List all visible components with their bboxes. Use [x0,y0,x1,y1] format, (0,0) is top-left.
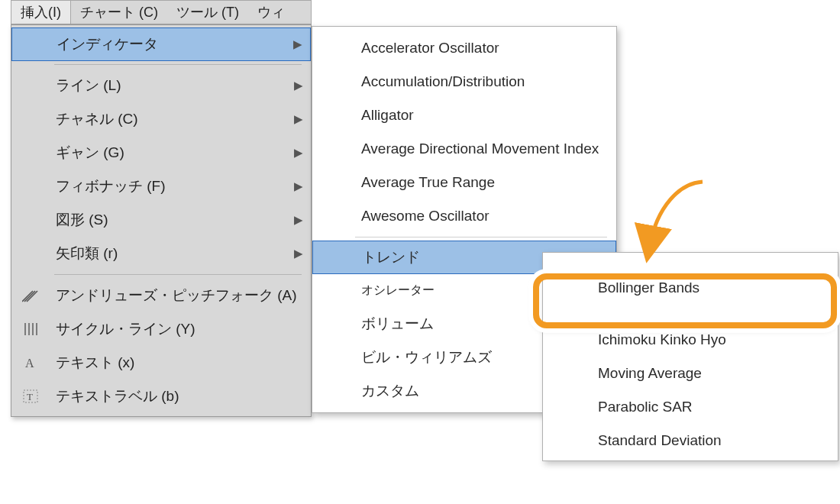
menubar-item-chart[interactable]: チャート (C) [71,1,167,24]
menu-item-adx[interactable]: Average Directional Movement Index [312,132,616,166]
chevron-right-icon: ▶ [294,79,303,92]
menu-item-andrews-pitchfork[interactable]: アンドリューズ・ピッチフォーク (A) [11,279,311,312]
label: Average True Range [361,174,495,191]
blank-icon [19,246,56,261]
menu-item-text-label[interactable]: T テキストラベル (b) [11,380,311,413]
menu-item-atr[interactable]: Average True Range [312,166,616,199]
blank-icon [20,37,57,52]
label: チャート (C) [80,3,158,21]
label: Average Directional Movement Index [361,141,599,157]
menu-item-cycle-line[interactable]: サイクル・ライン (Y) [11,312,311,346]
label: ツール (T) [176,3,239,21]
label: Ichimoku Kinko Hyo [598,331,726,348]
cycle-line-icon [19,321,56,338]
menu-separator [355,237,607,237]
label: トレンド [362,247,420,267]
menu-item-line[interactable]: ライン (L) ▶ [11,69,311,102]
label: カスタム [361,381,419,401]
label: Awesome Oscillator [361,208,489,225]
pitchfork-icon [19,287,56,304]
menu-item-accelerator-oscillator[interactable]: Accelerator Oscillator [312,31,616,65]
menu-separator [54,274,302,275]
menu-item-awesome-oscillator[interactable]: Awesome Oscillator [312,199,616,233]
svg-text:A: A [25,357,34,370]
menubar: 挿入(I) チャート (C) ツール (T) ウィ [11,0,312,24]
label: ウィ [257,3,285,21]
chevron-right-icon: ▶ [294,213,303,227]
label: テキスト (x) [56,353,303,373]
label: Moving Average [598,365,702,382]
label: Bollinger Bands [598,279,699,296]
label: ボリューム [361,314,434,334]
menu-item-parabolic-sar[interactable]: Parabolic SAR [543,390,838,424]
label: Parabolic SAR [598,399,693,415]
label: ライン (L) [56,76,294,95]
menu-item-arrow[interactable]: 矢印類 (r) ▶ [11,237,311,270]
blank-icon [19,78,56,93]
label: サイクル・ライン (Y) [56,319,303,339]
blank-icon [19,145,56,160]
label: Alligator [361,107,414,124]
blank-icon [19,212,56,228]
label: ギャン (G) [56,143,294,163]
menu-item-ichimoku[interactable]: Ichimoku Kinko Hyo [543,323,838,357]
label: ビル・ウィリアムズ [361,347,492,367]
label: 図形 (S) [56,210,294,230]
menu-item-indicators[interactable]: インディケータ ▶ [11,27,311,61]
chevron-right-icon: ▶ [294,112,303,126]
insert-menu: インディケータ ▶ ライン (L) ▶ チャネル (C) ▶ ギャン (G) ▶… [11,24,312,417]
menu-item-gann[interactable]: ギャン (G) ▶ [11,136,311,170]
label: Accumulation/Distribution [361,73,525,90]
blank-icon [19,111,56,127]
text-icon: A [19,354,56,371]
chevron-right-icon: ▶ [293,37,302,51]
menu-item-moving-average[interactable]: Moving Average [543,357,838,390]
label: オシレーター [361,283,435,299]
chevron-right-icon: ▶ [294,146,303,160]
svg-text:T: T [27,391,33,402]
label: インディケータ [57,34,293,54]
label: チャネル (C) [56,109,294,129]
menu-item-bollinger-bands[interactable]: Bollinger Bands [543,271,838,305]
trend-menu: A Bollinger Bands Envelopes Ichimoku Kin… [542,252,838,461]
label: テキストラベル (b) [56,386,303,406]
label: Accelerator Oscillator [361,40,499,57]
blank-icon [19,179,56,194]
menu-item-accumulation-distribution[interactable]: Accumulation/Distribution [312,65,616,99]
menu-item-alligator[interactable]: Alligator [312,99,616,132]
label: 挿入(I) [21,3,61,21]
menubar-item-tool[interactable]: ツール (T) [167,1,248,24]
text-label-icon: T [19,388,56,405]
label: フィボナッチ (F) [56,176,294,196]
menu-item-standard-deviation[interactable]: Standard Deviation [543,424,838,457]
menu-item-shape[interactable]: 図形 (S) ▶ [11,203,311,237]
label: 矢印類 (r) [56,244,294,263]
chevron-right-icon: ▶ [294,179,303,193]
label: Standard Deviation [598,432,722,449]
label: アンドリューズ・ピッチフォーク (A) [56,286,303,305]
menubar-item-window[interactable]: ウィ [248,1,294,24]
menu-item-channel[interactable]: チャネル (C) ▶ [11,102,311,136]
chevron-right-icon: ▶ [294,247,303,260]
menu-item-fibonacci[interactable]: フィボナッチ (F) ▶ [11,170,311,203]
menu-item-text[interactable]: A テキスト (x) [11,346,311,380]
menubar-item-insert[interactable]: 挿入(I) [11,1,71,24]
menu-separator [54,64,302,65]
